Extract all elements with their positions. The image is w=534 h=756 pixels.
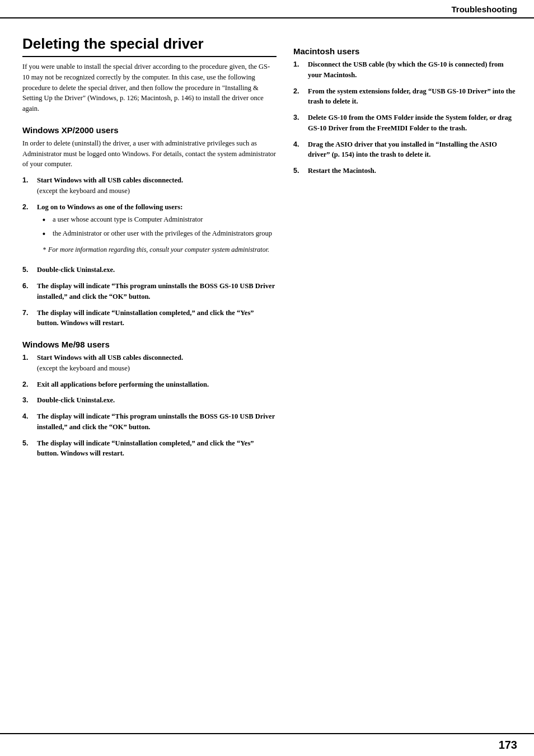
mac-step-2-bold: From the system extensions folder, drag … [308, 87, 515, 106]
xp-step-2-content: Log on to Windows as one of the followin… [37, 202, 277, 260]
xp-step-1-normal: (except the keyboard and mouse) [37, 187, 130, 195]
xp-note-text: For more information regarding this, con… [48, 246, 269, 253]
mac-step-3: Delete GS-10 from the OMS Folder inside … [293, 112, 517, 134]
me-step-2-content: Exit all applications before performing … [37, 379, 277, 390]
mac-steps-list: Disconnect the USB cable (by which the G… [293, 59, 517, 176]
mac-step-3-content: Delete GS-10 from the OMS Folder inside … [308, 112, 517, 134]
me-step-4-content: The display will indicate “This program … [37, 411, 277, 433]
xp-step-3: Double-click Uninstal.exe. [22, 265, 277, 275]
intro-paragraph: If you were unable to install the specia… [22, 62, 277, 114]
xp-step-4-bold: The display will indicate “This program … [37, 282, 275, 300]
header-bar: Troubleshooting [0, 0, 534, 18]
xp-bullet-1: a user whose account type is Computer Ad… [43, 214, 277, 226]
page-title: Deleting the special driver [22, 35, 277, 57]
mac-step-1: Disconnect the USB cable (by which the G… [293, 59, 517, 81]
xp-step-1-content: Start Windows with all USB cables discon… [37, 175, 277, 196]
mac-step-3-bold: Delete GS-10 from the OMS Folder inside … [308, 114, 512, 132]
xp-step-5-bold: The display will indicate “Uninstallatio… [37, 309, 254, 327]
xp-bullet-1-text: a user whose account type is Computer Ad… [53, 214, 203, 225]
mac-step-4: Drag the ASIO driver that you installed … [293, 139, 517, 161]
right-column: Macintosh users Disconnect the USB cable… [293, 35, 517, 464]
mac-step-4-bold: Drag the ASIO driver that you installed … [308, 140, 497, 159]
me-step-2-bold: Exit all applications before performing … [37, 381, 209, 388]
page: Troubleshooting Deleting the special dri… [0, 0, 534, 756]
xp-step-1-bold: Start Windows with all USB cables discon… [37, 176, 183, 184]
page-number: 173 [499, 739, 517, 752]
xp-step-5-content: The display will indicate “Uninstallatio… [37, 308, 277, 329]
xp-step-2: Log on to Windows as one of the followin… [22, 202, 277, 260]
xp-step-4: The display will indicate “This program … [22, 281, 277, 302]
me-step-2: Exit all applications before performing … [22, 379, 277, 390]
xp-step-4-content: The display will indicate “This program … [37, 281, 277, 302]
me-step-4-bold: The display will indicate “This program … [37, 412, 275, 431]
mac-step-2-content: From the system extensions folder, drag … [308, 86, 517, 107]
xp-bullet-2-text: the Administrator or other user with the… [53, 228, 272, 239]
me-step-1-normal: (except the keyboard and mouse) [37, 364, 130, 372]
xp-step-3-content: Double-click Uninstal.exe. [37, 265, 277, 275]
xp-step-2-bold: Log on to Windows as one of the followin… [37, 203, 182, 211]
xp-note: *For more information regarding this, co… [43, 245, 277, 255]
asterisk-symbol: * [43, 246, 46, 253]
xp-step-3-bold: Double-click Uninstal.exe. [37, 266, 115, 274]
me-step-5-bold: The display will indicate “Uninstallatio… [37, 439, 254, 458]
xp-steps-list: Start Windows with all USB cables discon… [22, 175, 277, 328]
me-step-3: Double-click Uninstal.exe. [22, 395, 277, 406]
footer: 173 [0, 733, 534, 756]
mac-step-1-content: Disconnect the USB cable (by which the G… [308, 59, 517, 81]
xp-bullet-list: a user whose account type is Computer Ad… [37, 212, 277, 245]
mac-step-4-content: Drag the ASIO driver that you installed … [308, 139, 517, 161]
me-step-3-bold: Double-click Uninstal.exe. [37, 396, 115, 404]
me-step-1-content: Start Windows with all USB cables discon… [37, 353, 277, 374]
left-column: Deleting the special driver If you were … [22, 35, 277, 464]
xp-bullet-2: the Administrator or other user with the… [43, 228, 277, 240]
main-content: Deleting the special driver If you were … [0, 18, 534, 498]
me-step-1: Start Windows with all USB cables discon… [22, 353, 277, 374]
mac-step-5: Restart the Macintosh. [293, 166, 517, 176]
mac-step-2: From the system extensions folder, drag … [293, 86, 517, 107]
xp-intro: In order to delete (uninstall) the drive… [22, 138, 277, 170]
section-heading-mac: Macintosh users [293, 46, 517, 56]
me-step-4: The display will indicate “This program … [22, 411, 277, 433]
section-heading-me: Windows Me/98 users [22, 340, 277, 349]
header-title: Troubleshooting [452, 4, 518, 14]
me-step-1-bold: Start Windows with all USB cables discon… [37, 354, 183, 361]
section-heading-xp: Windows XP/2000 users [22, 125, 277, 135]
me-step-3-content: Double-click Uninstal.exe. [37, 395, 277, 406]
me-step-5-content: The display will indicate “Uninstallatio… [37, 438, 277, 459]
xp-step-1: Start Windows with all USB cables discon… [22, 175, 277, 196]
mac-step-5-content: Restart the Macintosh. [308, 166, 517, 176]
me-step-5: The display will indicate “Uninstallatio… [22, 438, 277, 459]
mac-step-5-bold: Restart the Macintosh. [308, 167, 376, 175]
xp-step-5: The display will indicate “Uninstallatio… [22, 308, 277, 329]
me-steps-list: Start Windows with all USB cables discon… [22, 353, 277, 459]
mac-step-1-bold: Disconnect the USB cable (by which the G… [308, 60, 504, 79]
